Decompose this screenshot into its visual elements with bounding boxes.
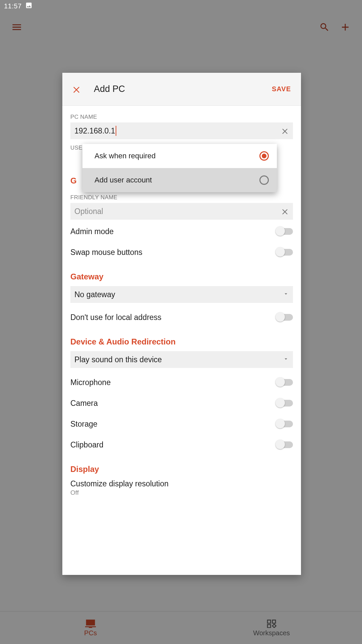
radio-icon [259, 151, 269, 161]
dialog-body: PC NAME 192.168.0.1 USER ACCOUNT G Ask w… [62, 106, 301, 575]
option-label: Ask when required [95, 152, 156, 160]
radio-icon [259, 175, 269, 185]
switch-icon [276, 421, 293, 427]
toggle-no-local-address[interactable]: Don't use for local address [70, 307, 293, 328]
switch-icon [276, 379, 293, 386]
switch-icon [276, 400, 293, 407]
display-resolution-label: Customize display resolution [70, 479, 293, 488]
user-account-popup: Ask when required Add user account [82, 144, 277, 192]
pc-name-label: PC NAME [70, 114, 293, 120]
save-button[interactable]: SAVE [270, 82, 293, 96]
friendly-name-input[interactable]: Optional [70, 203, 293, 220]
option-add-user-account[interactable]: Add user account [82, 168, 277, 192]
toggle-label: Clipboard [70, 440, 103, 449]
friendly-name-field: FRIENDLY NAME Optional [70, 194, 293, 220]
toggle-label: Swap mouse buttons [70, 248, 142, 257]
switch-icon [276, 314, 293, 321]
pc-name-input[interactable]: 192.168.0.1 [70, 122, 293, 139]
display-section-header: Display [70, 465, 293, 474]
audio-value: Play sound on this device [74, 355, 162, 364]
toggle-camera[interactable]: Camera [70, 393, 293, 414]
switch-icon [276, 249, 293, 256]
chevron-down-icon [283, 291, 289, 298]
friendly-name-placeholder: Optional [74, 207, 103, 216]
switch-icon [276, 441, 293, 448]
toggle-clipboard[interactable]: Clipboard [70, 434, 293, 455]
option-label: Add user account [95, 176, 152, 184]
general-section-header: G [70, 176, 77, 185]
toggle-label: Admin mode [70, 227, 114, 236]
toggle-storage[interactable]: Storage [70, 414, 293, 434]
close-icon[interactable] [67, 80, 86, 99]
status-clock: 11:57 [4, 2, 22, 10]
dialog-title: Add PC [94, 84, 125, 94]
picture-icon [25, 2, 33, 11]
dialog-header: Add PC SAVE [62, 73, 301, 106]
toggle-admin-mode[interactable]: Admin mode [70, 221, 293, 242]
status-bar: 11:57 [0, 0, 362, 12]
gateway-value: No gateway [74, 290, 115, 299]
toggle-label: Storage [70, 420, 98, 429]
clear-friendly-name-icon[interactable] [277, 203, 293, 219]
switch-icon [276, 228, 293, 235]
clear-pc-name-icon[interactable] [277, 123, 293, 139]
gateway-select[interactable]: No gateway [70, 286, 293, 303]
friendly-name-label: FRIENDLY NAME [70, 194, 293, 201]
add-pc-dialog: Add PC SAVE PC NAME 192.168.0.1 USER ACC… [62, 73, 301, 575]
audio-section-header: Device & Audio Redirection [70, 337, 293, 346]
pc-name-value: 192.168.0.1 [74, 126, 115, 136]
option-ask-when-required[interactable]: Ask when required [82, 144, 277, 168]
chevron-down-icon [283, 356, 289, 363]
toggle-microphone[interactable]: Microphone [70, 372, 293, 393]
text-cursor [116, 126, 116, 136]
display-resolution-value: Off [70, 489, 293, 496]
display-resolution-row[interactable]: Customize display resolution Off [70, 479, 293, 496]
toggle-label: Microphone [70, 378, 111, 387]
gateway-section-header: Gateway [70, 272, 293, 281]
toggle-label: Don't use for local address [70, 313, 162, 322]
toggle-label: Camera [70, 399, 98, 408]
audio-select[interactable]: Play sound on this device [70, 351, 293, 368]
toggle-swap-mouse[interactable]: Swap mouse buttons [70, 242, 293, 263]
